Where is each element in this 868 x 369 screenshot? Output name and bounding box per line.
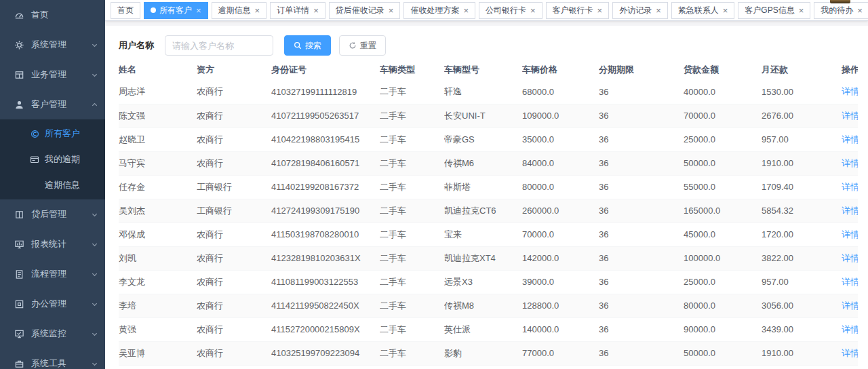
sidebar-item-my-overdue[interactable]: 我的逾期: [0, 147, 105, 172]
sidebar-item-system-mgmt[interactable]: 系统管理: [0, 30, 105, 60]
close-icon[interactable]: ×: [463, 6, 469, 15]
table-cell: 轩逸: [444, 80, 522, 104]
table-cell: 36: [599, 317, 684, 341]
table-cell: 3822.00: [762, 246, 842, 270]
close-icon[interactable]: ×: [857, 6, 863, 15]
table-cell-actions: 详情: [842, 128, 858, 151]
table-cell: 68000.0: [522, 80, 599, 104]
table-cell: 84000.0: [522, 151, 599, 175]
table-row: 吴刘杰工商银行412724199309175190二手车凯迪拉克CT626000…: [119, 199, 858, 222]
tab-label: 首页: [117, 5, 134, 16]
detail-link[interactable]: 详情: [842, 158, 858, 168]
customer-name-input[interactable]: [165, 35, 273, 56]
sidebar-item-business-mgmt[interactable]: 业务管理: [0, 60, 105, 90]
detail-link[interactable]: 详情: [842, 348, 858, 358]
detail-link[interactable]: 详情: [842, 206, 858, 216]
sidebar-item-all-customers[interactable]: 所有客户: [0, 121, 105, 147]
table-cell: 长安UNI-T: [444, 104, 522, 128]
tab-all-customers[interactable]: 所有客户×: [144, 2, 208, 19]
sidebar-subitem-label: 所有客户: [45, 128, 80, 140]
table-cell: 二手车: [380, 104, 444, 128]
table-cell: 凯迪拉克XT4: [444, 246, 522, 270]
tab-collection-plan[interactable]: 催收处理方案×: [403, 2, 475, 19]
monitor-icon: [14, 328, 24, 339]
table-row: 马银超农商行411325199408156610二手车卡罗拉56000.0363…: [119, 365, 858, 369]
detail-link[interactable]: 详情: [842, 134, 858, 144]
table-cell-actions: 详情: [842, 80, 858, 104]
table-cell: 140000.0: [522, 317, 599, 341]
sidebar-item-overdue-info[interactable]: 逾期信息: [0, 172, 105, 198]
detail-link[interactable]: 详情: [842, 300, 858, 311]
table-cell: 142000.0: [522, 246, 599, 270]
table-row: 马守宾农商行410728198406160571二手车传祺M684000.036…: [119, 151, 858, 175]
close-icon[interactable]: ×: [597, 6, 603, 15]
sidebar-item-postloan-mgmt[interactable]: 贷后管理: [0, 199, 105, 229]
close-icon[interactable]: ×: [255, 6, 260, 15]
table-cell: 二手车: [380, 151, 444, 175]
close-icon[interactable]: ×: [799, 6, 804, 15]
detail-link[interactable]: 详情: [842, 229, 858, 239]
detail-link[interactable]: 详情: [842, 324, 858, 334]
table-cell: 25000.0: [684, 128, 762, 151]
table-cell: 吴刘杰: [119, 199, 197, 222]
sidebar-item-system-tools[interactable]: 系统工具: [0, 349, 105, 369]
table-cell: 农商行: [197, 246, 271, 270]
table-cell: 农商行: [197, 294, 271, 317]
tab-visit-record[interactable]: 外访记录×: [612, 2, 668, 19]
gear-icon: [14, 39, 24, 50]
table-cell: 36: [599, 175, 684, 199]
sidebar-item-customer-mgmt[interactable]: 客户管理: [0, 90, 105, 119]
tabs-bar: 首页所有客户×逾期信息×订单详情×贷后催收记录×催收处理方案×公司银行卡×客户银…: [105, 0, 868, 21]
table-cell: 410325199709223094: [271, 341, 380, 365]
sidebar-item-report-stats[interactable]: 报表统计: [0, 229, 105, 259]
table-cell: 二手车: [380, 246, 444, 270]
tab-home[interactable]: 首页: [111, 2, 140, 19]
close-icon[interactable]: ×: [723, 6, 728, 15]
table-cell: 36: [599, 365, 684, 369]
tab-company-bankcard[interactable]: 公司银行卡×: [479, 2, 542, 19]
detail-link[interactable]: 详情: [842, 86, 858, 96]
tab-order-detail[interactable]: 订单详情×: [270, 2, 326, 19]
table-cell: 二手车: [380, 80, 444, 104]
table-cell: 411081199003122553: [271, 270, 380, 294]
table-cell: 远景X3: [444, 270, 522, 294]
tab-my-todo[interactable]: 我的待办×: [814, 2, 868, 19]
sidebar-item-office-mgmt[interactable]: 办公管理: [0, 289, 105, 319]
column-header: 身份证号: [271, 60, 380, 80]
sidebar-item-label: 流程管理: [31, 268, 66, 280]
table-cell-actions: 详情: [842, 246, 858, 270]
tab-customer-bankcard[interactable]: 客户银行卡×: [546, 2, 610, 19]
tab-overdue-info[interactable]: 逾期信息×: [212, 2, 267, 19]
tab-emergency-contact[interactable]: 紧急联系人×: [671, 2, 735, 19]
chevron-down-icon: [91, 271, 98, 278]
close-icon[interactable]: ×: [530, 6, 536, 15]
close-icon[interactable]: ×: [313, 6, 319, 15]
tab-collection-record[interactable]: 贷后催收记录×: [329, 2, 401, 19]
table-cell: 英仕派: [444, 317, 522, 341]
table-cell: 二手车: [380, 317, 444, 341]
detail-link[interactable]: 详情: [842, 111, 858, 121]
chevron-down-icon: [91, 241, 98, 248]
search-button[interactable]: 搜索: [284, 35, 331, 56]
grid-icon: [14, 69, 24, 80]
close-icon[interactable]: ×: [389, 6, 394, 15]
table-cell: 农商行: [197, 151, 271, 175]
table-cell: 李培: [119, 294, 197, 317]
sidebar-item-home[interactable]: 首页: [0, 0, 105, 30]
sidebar-item-process-mgmt[interactable]: 流程管理: [0, 259, 105, 289]
chevron-down-icon: [91, 71, 98, 79]
detail-link[interactable]: 详情: [842, 253, 858, 263]
close-icon[interactable]: ×: [196, 6, 201, 15]
column-header: 月还款: [762, 60, 842, 80]
detail-link[interactable]: 详情: [842, 277, 858, 287]
detail-link[interactable]: 详情: [842, 182, 858, 192]
table-cell-actions: 详情: [842, 294, 858, 317]
reset-button[interactable]: 重置: [339, 35, 386, 56]
table-row: 李文龙农商行411081199003122553二手车远景X339000.036…: [119, 270, 858, 294]
column-header: 贷款金额: [684, 60, 762, 80]
home-icon: [14, 9, 24, 20]
tab-customer-gps[interactable]: 客户GPS信息×: [738, 2, 810, 19]
table-header-row: 姓名资方身份证号车辆类型车辆型号车辆价格分期期限贷款金额月还款操作: [119, 60, 858, 80]
sidebar-item-system-monitor[interactable]: 系统监控: [0, 319, 105, 349]
close-icon[interactable]: ×: [656, 6, 661, 15]
